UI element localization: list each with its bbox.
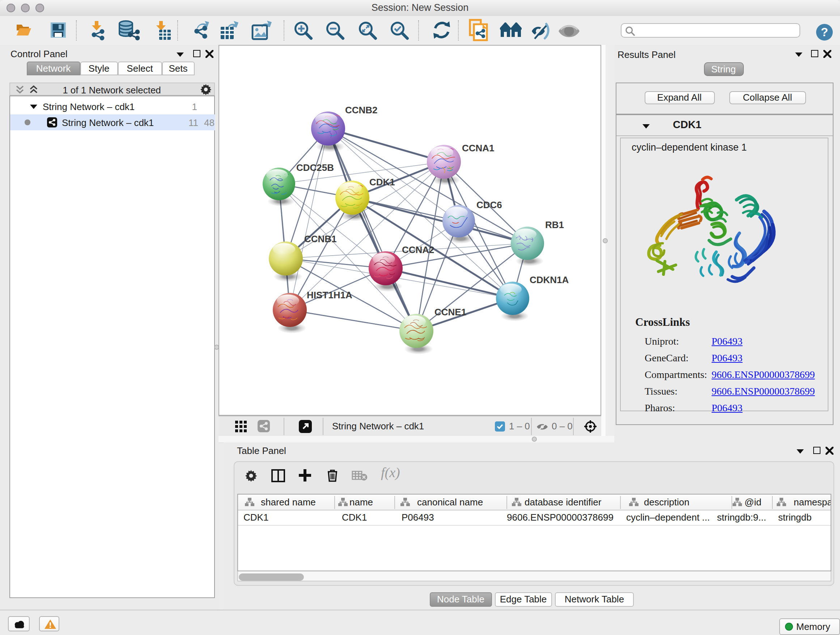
svg-text:RB1: RB1 [545, 219, 564, 230]
svg-text:CDK1: CDK1 [369, 177, 395, 187]
svg-text:CDKN1A: CDKN1A [529, 274, 569, 285]
svg-text:?: ? [821, 25, 828, 38]
svg-text:CCNE1: CCNE1 [434, 307, 466, 318]
svg-text:CDC25B: CDC25B [296, 162, 333, 173]
svg-text:CCNA1: CCNA1 [462, 143, 494, 154]
svg-text:HIST1H1A: HIST1H1A [306, 290, 352, 301]
svg-text:CDC6: CDC6 [476, 200, 502, 211]
svg-text:CCNA2: CCNA2 [401, 244, 434, 255]
svg-text:CCNB1: CCNB1 [304, 233, 336, 244]
svg-text:CCNB2: CCNB2 [345, 105, 377, 116]
